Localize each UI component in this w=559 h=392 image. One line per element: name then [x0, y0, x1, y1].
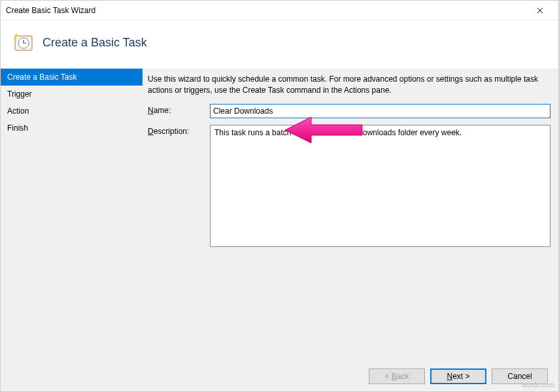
back-button: < Back — [369, 368, 425, 384]
name-input[interactable] — [210, 104, 551, 118]
close-button[interactable] — [527, 1, 553, 20]
watermark-text: wsxdn.com — [522, 382, 554, 389]
wizard-footer: < Back Next > Cancel — [1, 361, 558, 391]
sidebar-item-action[interactable]: Action — [1, 103, 143, 120]
description-input[interactable] — [210, 125, 551, 247]
sidebar-item-finish[interactable]: Finish — [1, 120, 143, 137]
sidebar-item-trigger[interactable]: Trigger — [1, 86, 143, 103]
close-icon — [537, 7, 543, 14]
wizard-content: Use this wizard to quickly schedule a co… — [143, 69, 558, 366]
description-row: Description: — [148, 125, 551, 247]
titlebar: Create Basic Task Wizard — [1, 1, 558, 20]
name-label: Name: — [148, 104, 210, 115]
wizard-header-title: Create a Basic Task — [42, 36, 147, 50]
name-row: Name: — [148, 104, 551, 118]
wizard-body: Create a Basic Task Trigger Action Finis… — [1, 69, 558, 366]
description-label: Description: — [148, 125, 210, 136]
wizard-header: Create a Basic Task — [1, 20, 558, 69]
wizard-sidebar: Create a Basic Task Trigger Action Finis… — [1, 69, 143, 366]
next-button[interactable]: Next > — [430, 368, 486, 384]
intro-text: Use this wizard to quickly schedule a co… — [148, 74, 551, 96]
clock-wizard-icon — [12, 32, 33, 53]
window-title: Create Basic Task Wizard — [6, 6, 527, 15]
sidebar-item-create-basic-task[interactable]: Create a Basic Task — [1, 69, 143, 86]
